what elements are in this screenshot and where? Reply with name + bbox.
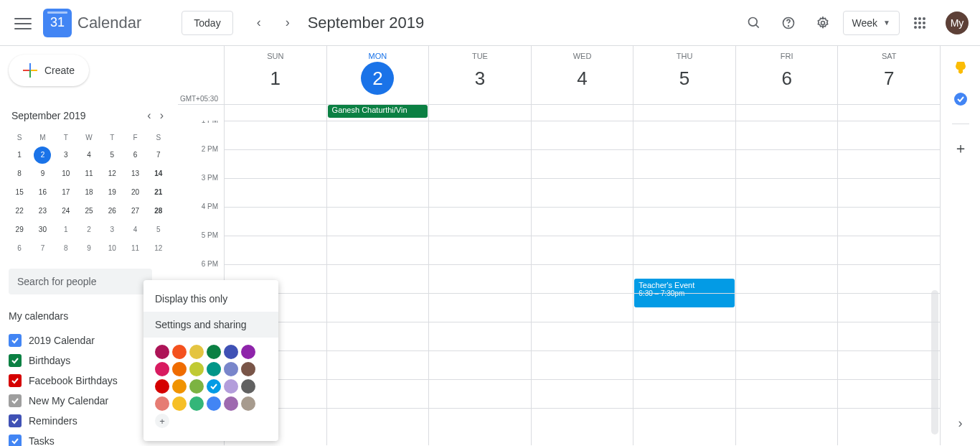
color-option[interactable] bbox=[241, 362, 255, 376]
mini-day-cell[interactable]: 9 bbox=[80, 240, 98, 257]
color-option[interactable] bbox=[155, 362, 169, 376]
mini-day-cell[interactable]: 23 bbox=[34, 203, 51, 220]
day-header-cell[interactable]: MON2 bbox=[326, 46, 429, 104]
mini-day-cell[interactable]: 6 bbox=[11, 240, 28, 257]
time-grid[interactable]: 1 PM2 PM3 PM4 PM5 PM6 PM7 PM8 PM9 PM10 P… bbox=[178, 121, 940, 445]
allday-cell[interactable] bbox=[837, 105, 940, 121]
color-option[interactable] bbox=[207, 396, 221, 411]
day-column[interactable] bbox=[531, 121, 633, 445]
account-avatar[interactable]: My bbox=[946, 11, 969, 34]
allday-cell[interactable]: Ganesh Chaturthi/Vin bbox=[326, 105, 429, 121]
mini-day-cell[interactable]: 20 bbox=[127, 184, 144, 201]
color-option[interactable] bbox=[241, 345, 255, 359]
mini-day-cell[interactable]: 5 bbox=[103, 147, 121, 164]
allday-event[interactable]: Ganesh Chaturthi/Vin bbox=[328, 105, 428, 118]
calendar-checkbox[interactable] bbox=[9, 435, 22, 446]
allday-cell[interactable] bbox=[633, 105, 735, 121]
color-option[interactable] bbox=[172, 379, 187, 394]
mini-day-cell[interactable]: 21 bbox=[150, 184, 167, 201]
mini-day-cell[interactable]: 9 bbox=[34, 165, 51, 182]
mini-day-cell[interactable]: 30 bbox=[34, 221, 51, 238]
mini-next-button[interactable]: › bbox=[157, 106, 166, 125]
calendar-checkbox[interactable] bbox=[9, 374, 22, 387]
color-option[interactable] bbox=[155, 379, 169, 394]
next-period-button[interactable]: › bbox=[273, 9, 302, 37]
mini-day-cell[interactable]: 1 bbox=[11, 147, 28, 164]
mini-day-cell[interactable]: 1 bbox=[57, 221, 75, 238]
mini-day-cell[interactable]: 11 bbox=[127, 240, 144, 257]
day-header-cell[interactable]: SUN1 bbox=[224, 46, 326, 104]
mini-day-cell[interactable]: 10 bbox=[103, 240, 121, 257]
color-option[interactable] bbox=[172, 362, 187, 376]
mini-day-cell[interactable]: 7 bbox=[150, 147, 167, 164]
day-header-cell[interactable]: TUE3 bbox=[428, 46, 531, 104]
mini-day-cell[interactable]: 3 bbox=[103, 221, 121, 238]
apps-button[interactable] bbox=[905, 9, 934, 37]
tasks-icon[interactable] bbox=[953, 92, 968, 109]
search-people-input[interactable]: Search for people bbox=[9, 269, 152, 294]
color-option[interactable] bbox=[224, 379, 238, 394]
day-column[interactable] bbox=[326, 121, 429, 445]
mini-day-cell[interactable]: 18 bbox=[80, 184, 98, 201]
mini-day-cell[interactable]: 2 bbox=[80, 221, 98, 238]
view-selector[interactable]: Week ▼ bbox=[843, 11, 900, 35]
calendar-checkbox[interactable] bbox=[9, 414, 22, 427]
mini-day-cell[interactable]: 24 bbox=[57, 203, 75, 220]
mini-day-cell[interactable]: 10 bbox=[57, 165, 75, 182]
mini-day-cell[interactable]: 25 bbox=[80, 203, 98, 220]
mini-day-cell[interactable]: 22 bbox=[11, 203, 28, 220]
calendar-checkbox[interactable] bbox=[9, 394, 22, 407]
color-option[interactable] bbox=[207, 379, 221, 394]
day-header-cell[interactable]: THU5 bbox=[633, 46, 735, 104]
prev-period-button[interactable]: ‹ bbox=[245, 9, 273, 37]
calendar-checkbox[interactable] bbox=[9, 354, 22, 367]
color-option[interactable] bbox=[241, 379, 255, 394]
day-header-cell[interactable]: WED4 bbox=[531, 46, 633, 104]
calendar-checkbox[interactable] bbox=[9, 334, 22, 347]
mini-day-cell[interactable]: 29 bbox=[11, 221, 28, 238]
mini-day-cell[interactable]: 28 bbox=[150, 203, 167, 220]
mini-day-cell[interactable]: 8 bbox=[57, 240, 75, 257]
settings-button[interactable] bbox=[809, 9, 837, 37]
hide-side-panel-button[interactable]: › bbox=[958, 416, 963, 431]
mini-day-cell[interactable]: 16 bbox=[34, 184, 51, 201]
search-button[interactable] bbox=[740, 9, 768, 37]
mini-prev-button[interactable]: ‹ bbox=[144, 106, 154, 125]
support-button[interactable] bbox=[774, 9, 803, 37]
add-custom-color-button[interactable]: + bbox=[155, 414, 169, 428]
color-option[interactable] bbox=[241, 396, 255, 411]
day-column[interactable] bbox=[837, 121, 940, 445]
day-header-cell[interactable]: SAT7 bbox=[837, 46, 940, 104]
color-option[interactable] bbox=[155, 345, 169, 359]
day-column[interactable] bbox=[735, 121, 838, 445]
allday-cell[interactable] bbox=[531, 105, 633, 121]
allday-cell[interactable] bbox=[735, 105, 838, 121]
color-option[interactable] bbox=[155, 396, 169, 411]
mini-day-cell[interactable]: 15 bbox=[11, 184, 28, 201]
main-menu-button[interactable] bbox=[6, 6, 40, 40]
mini-day-cell[interactable]: 19 bbox=[103, 184, 121, 201]
color-option[interactable] bbox=[172, 345, 187, 359]
mini-day-cell[interactable]: 7 bbox=[34, 240, 51, 257]
mini-day-cell[interactable]: 2 bbox=[34, 147, 51, 164]
mini-day-cell[interactable]: 17 bbox=[57, 184, 75, 201]
addons-button[interactable]: ＋ bbox=[953, 139, 968, 158]
mini-day-cell[interactable]: 5 bbox=[150, 221, 167, 238]
color-option[interactable] bbox=[224, 362, 238, 376]
color-option[interactable] bbox=[189, 379, 204, 394]
mini-day-cell[interactable]: 12 bbox=[150, 240, 167, 257]
display-only-item[interactable]: Display this only bbox=[143, 286, 278, 312]
mini-day-cell[interactable]: 6 bbox=[127, 147, 144, 164]
mini-day-cell[interactable]: 8 bbox=[11, 165, 28, 182]
mini-day-cell[interactable]: 11 bbox=[80, 165, 98, 182]
app-logo[interactable]: 31 Calendar bbox=[43, 9, 141, 37]
color-option[interactable] bbox=[189, 396, 204, 411]
mini-day-cell[interactable]: 14 bbox=[150, 165, 167, 182]
color-option[interactable] bbox=[207, 345, 221, 359]
day-column[interactable] bbox=[428, 121, 531, 445]
color-option[interactable] bbox=[224, 396, 238, 411]
settings-sharing-item[interactable]: Settings and sharing bbox=[143, 312, 278, 338]
day-header-cell[interactable]: FRI6 bbox=[735, 46, 838, 104]
color-option[interactable] bbox=[172, 396, 187, 411]
allday-cell[interactable] bbox=[428, 105, 531, 121]
